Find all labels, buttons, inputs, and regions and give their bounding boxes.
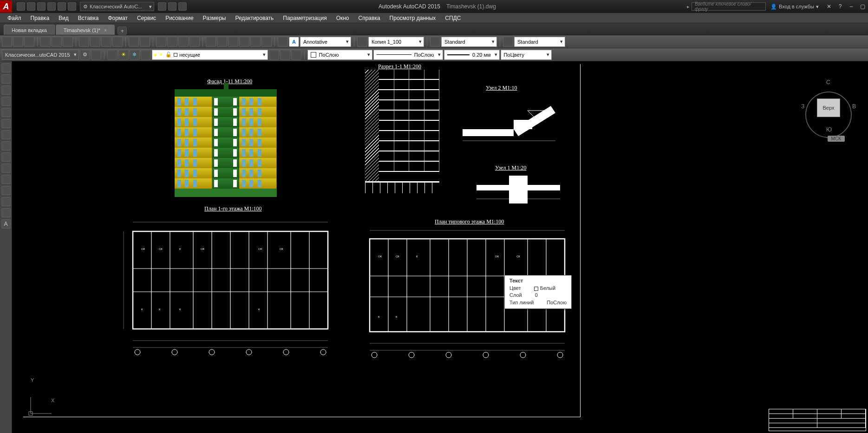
- workspace-dropdown[interactable]: ⚙ Классический AutoC...: [80, 2, 154, 11]
- tb-dc-icon[interactable]: [217, 37, 227, 47]
- menu-dims[interactable]: Размеры: [198, 15, 231, 21]
- tool-rect-icon[interactable]: [1, 108, 11, 117]
- layer-match-icon[interactable]: [280, 50, 290, 60]
- vcube-n[interactable]: С: [826, 79, 830, 85]
- tb-undo-icon[interactable]: [129, 37, 139, 47]
- tab-active[interactable]: Timashevsk (1)* ×: [56, 25, 115, 35]
- minimize-button[interactable]: –: [847, 2, 855, 11]
- tool-polygon-icon[interactable]: [1, 119, 11, 128]
- menu-spds[interactable]: СПДС: [440, 15, 465, 21]
- tool-table-icon[interactable]: [1, 197, 11, 206]
- tb-match-icon[interactable]: [112, 37, 123, 47]
- title-block[interactable]: [769, 409, 866, 431]
- menu-window[interactable]: Окно: [332, 15, 354, 21]
- menu-file[interactable]: Файл: [3, 15, 26, 21]
- login-button[interactable]: 👤 Вход в службы ▾: [770, 4, 819, 10]
- tb-tp-icon[interactable]: [228, 37, 238, 47]
- qat-save-icon[interactable]: [37, 2, 46, 11]
- ucs-icon[interactable]: Y X: [26, 395, 54, 419]
- layer-dropdown[interactable]: ● ☀ 🔓 несущие: [152, 50, 268, 60]
- tb-anno-vis-icon[interactable]: [278, 37, 288, 47]
- anno-style-dropdown[interactable]: Annotative: [300, 37, 351, 47]
- qat-extra-1-icon[interactable]: [158, 2, 166, 11]
- vcube-s[interactable]: Ю: [826, 126, 832, 133]
- drawing-plan-1[interactable]: ОКСККОКОКСККККК: [114, 213, 342, 357]
- menu-view[interactable]: Вид: [54, 15, 73, 21]
- color-dropdown[interactable]: ПоСлою: [307, 50, 372, 60]
- drawing-section[interactable]: [365, 70, 439, 209]
- tb-dim-icon[interactable]: [357, 37, 367, 47]
- tb-qcalc-icon[interactable]: [261, 37, 272, 47]
- table-style-dropdown[interactable]: Standard: [514, 37, 565, 47]
- tb-copy-icon[interactable]: [90, 37, 100, 47]
- menu-format[interactable]: Формат: [103, 15, 132, 21]
- tool-line-icon[interactable]: [1, 63, 11, 72]
- exchange-icon[interactable]: ✕: [825, 2, 833, 11]
- add-tab-button[interactable]: +: [117, 26, 127, 35]
- ws-gear-icon[interactable]: ⚙: [80, 50, 90, 60]
- menu-draw[interactable]: Рисование: [161, 15, 198, 21]
- tb-markup-icon[interactable]: [250, 37, 261, 47]
- layer-freeze-icon[interactable]: ❄: [130, 50, 140, 60]
- tb-zoom-icon[interactable]: [178, 37, 189, 47]
- tb-save-icon[interactable]: [24, 37, 34, 47]
- tb-publish-icon[interactable]: [63, 37, 73, 47]
- text-style-dropdown[interactable]: Standard: [441, 37, 497, 47]
- tool-point-icon[interactable]: [1, 164, 11, 173]
- dim-style-dropdown[interactable]: Копия 1_100: [368, 37, 424, 47]
- tool-pline-icon[interactable]: [1, 74, 11, 84]
- layer-make-current-icon[interactable]: [269, 50, 279, 60]
- tb-zoom-prev-icon[interactable]: [189, 37, 200, 47]
- tb-mleader-icon[interactable]: [430, 37, 440, 47]
- layer-lock-icon[interactable]: [141, 50, 151, 60]
- qat-print-icon[interactable]: [68, 2, 76, 11]
- drawing-detail-1[interactable]: [472, 171, 565, 208]
- help-icon[interactable]: ?: [836, 2, 844, 11]
- tool-region-icon[interactable]: [1, 208, 11, 217]
- ws-combo[interactable]: Классически...utoCAD 2015: [2, 50, 79, 60]
- tb-pan-icon[interactable]: [156, 37, 166, 47]
- tool-text-icon[interactable]: [1, 186, 11, 195]
- vcube-top-face[interactable]: Верх: [817, 98, 840, 117]
- drawing-facade[interactable]: /*rows injected below statically*/: [175, 89, 277, 196]
- tb-redo-icon[interactable]: [140, 37, 150, 47]
- qat-extra-3-icon[interactable]: [178, 2, 187, 11]
- tool-circle-icon[interactable]: [1, 85, 11, 95]
- vcube-e[interactable]: В: [852, 103, 856, 110]
- tb-new-icon[interactable]: [2, 37, 12, 47]
- qat-undo-icon[interactable]: [47, 2, 56, 11]
- tb-props-icon[interactable]: [206, 37, 216, 47]
- tb-table-icon[interactable]: [503, 37, 513, 47]
- tool-hatch-icon[interactable]: [1, 141, 11, 151]
- lineweight-dropdown[interactable]: 0.20 мм: [444, 50, 500, 60]
- menu-insert[interactable]: Вставка: [73, 15, 104, 21]
- tool-ellipse-icon[interactable]: [1, 130, 11, 139]
- tool-a-icon[interactable]: A: [1, 219, 11, 229]
- qat-open-icon[interactable]: [27, 2, 35, 11]
- layer-props-icon[interactable]: [107, 50, 117, 60]
- model-canvas[interactable]: Фасад 1-11 М1:200 Разрез 1-1 М1:200 Узел…: [12, 61, 868, 433]
- app-logo-icon[interactable]: A: [0, 0, 12, 13]
- tab-new[interactable]: Новая вкладка: [4, 25, 55, 35]
- qat-extra-2-icon[interactable]: [168, 2, 176, 11]
- wcs-tag[interactable]: МСК: [828, 136, 845, 142]
- drawing-detail-2[interactable]: [458, 92, 560, 148]
- menu-tools[interactable]: Сервис: [132, 15, 161, 21]
- tab-close-icon[interactable]: ×: [104, 27, 107, 33]
- menu-param[interactable]: Параметризация: [278, 15, 331, 21]
- qat-redo-icon[interactable]: [58, 2, 66, 11]
- menu-help[interactable]: Справка: [354, 15, 385, 21]
- linetype-dropdown[interactable]: ПоСлою: [373, 50, 443, 60]
- qat-new-icon[interactable]: [17, 2, 25, 11]
- menu-modify[interactable]: Редактировать: [230, 15, 278, 21]
- tb-paste-icon[interactable]: [101, 37, 111, 47]
- plotstyle-dropdown[interactable]: ПоЦвету: [501, 50, 552, 60]
- ws-save-icon[interactable]: [91, 50, 101, 60]
- menu-edit[interactable]: Правка: [26, 15, 54, 21]
- maximize-button[interactable]: ▢: [858, 2, 867, 11]
- tool-arc-icon[interactable]: [1, 97, 11, 106]
- tb-preview-icon[interactable]: [52, 37, 62, 47]
- view-cube[interactable]: С Верх З В Ю: [803, 71, 854, 136]
- tb-cut-icon[interactable]: [79, 37, 89, 47]
- search-input[interactable]: Введите ключевое слово/фразу: [692, 2, 766, 11]
